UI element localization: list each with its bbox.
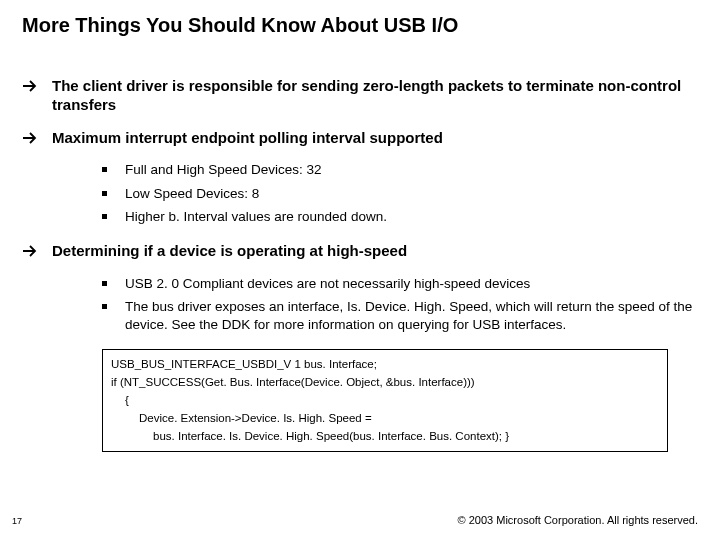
sub-list: USB 2. 0 Compliant devices are not neces…: [102, 275, 698, 334]
sub-bullet-item: The bus driver exposes an interface, Is.…: [102, 298, 698, 333]
sub-bullet-text: Low Speed Devices: 8: [125, 185, 259, 203]
bullet-text: Determining if a device is operating at …: [52, 242, 407, 261]
arrow-right-icon: [22, 79, 38, 93]
code-line: Device. Extension->Device. Is. High. Spe…: [111, 410, 659, 428]
code-line: {: [111, 392, 659, 410]
bullet-item: The client driver is responsible for sen…: [22, 77, 698, 115]
sub-bullet-text: USB 2. 0 Compliant devices are not neces…: [125, 275, 530, 293]
square-bullet-icon: [102, 167, 107, 172]
sub-bullet-item: Low Speed Devices: 8: [102, 185, 698, 203]
code-line: if (NT_SUCCESS(Get. Bus. Interface(Devic…: [111, 374, 659, 392]
arrow-right-icon: [22, 244, 38, 258]
code-box: USB_BUS_INTERFACE_USBDI_V 1 bus. Interfa…: [102, 349, 668, 452]
bullet-item: Maximum interrupt endpoint polling inter…: [22, 129, 698, 148]
sub-bullet-item: USB 2. 0 Compliant devices are not neces…: [102, 275, 698, 293]
page-number: 17: [12, 516, 22, 526]
square-bullet-icon: [102, 281, 107, 286]
sub-bullet-text: The bus driver exposes an interface, Is.…: [125, 298, 698, 333]
square-bullet-icon: [102, 214, 107, 219]
square-bullet-icon: [102, 191, 107, 196]
bullet-item: Determining if a device is operating at …: [22, 242, 698, 261]
arrow-right-icon: [22, 131, 38, 145]
bullet-text: The client driver is responsible for sen…: [52, 77, 698, 115]
sub-bullet-text: Higher b. Interval values are rounded do…: [125, 208, 387, 226]
sub-bullet-text: Full and High Speed Devices: 32: [125, 161, 322, 179]
square-bullet-icon: [102, 304, 107, 309]
code-line: USB_BUS_INTERFACE_USBDI_V 1 bus. Interfa…: [111, 356, 659, 374]
code-line: bus. Interface. Is. Device. High. Speed(…: [111, 428, 659, 446]
slide: More Things You Should Know About USB I/…: [0, 0, 720, 540]
bullet-text: Maximum interrupt endpoint polling inter…: [52, 129, 443, 148]
sub-bullet-item: Higher b. Interval values are rounded do…: [102, 208, 698, 226]
slide-title: More Things You Should Know About USB I/…: [22, 14, 698, 37]
sub-bullet-item: Full and High Speed Devices: 32: [102, 161, 698, 179]
sub-list: Full and High Speed Devices: 32 Low Spee…: [102, 161, 698, 226]
copyright-text: © 2003 Microsoft Corporation. All rights…: [458, 514, 698, 526]
